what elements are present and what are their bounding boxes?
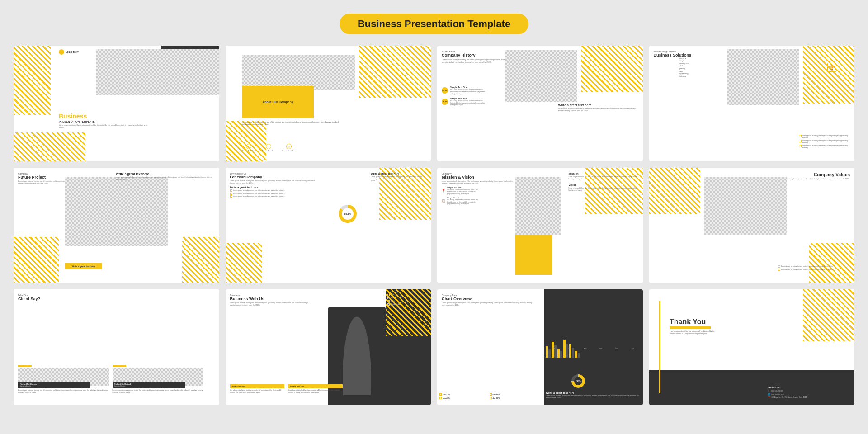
bar-group-mar: [557, 349, 562, 358]
mission-desc: Lorem ipsum is simply dummy text of the …: [442, 180, 516, 185]
client-card-1: Richard McClintock Managing Director Lor…: [18, 365, 109, 394]
bar-feb-1: [552, 342, 554, 358]
client-title-area: What Our Client Say?: [18, 294, 40, 301]
future-button[interactable]: Write a great text here: [65, 263, 102, 269]
future-write-desc: Lorem ipsum is simply dummy text of the …: [116, 176, 214, 181]
solutions-check-text-3: Lorem ipsum is simply dummy text of the …: [802, 145, 852, 149]
client-cards: Richard McClintock Managing Director Lor…: [18, 365, 203, 394]
mission-stat-1: 📍 Simple Text One It is a long establish…: [442, 186, 516, 195]
slide-9: What Our Client Say? Richard McClintock …: [14, 289, 219, 405]
contact-website-row: 🌐 your website here: [768, 393, 850, 396]
contact-title: Contact Us: [768, 386, 850, 389]
stripe-bottom-left: [226, 121, 267, 161]
mission-left-section: Company Mission & Vision Lorem ipsum is …: [442, 172, 516, 205]
chart-stat-info-1: Apr 31%: [443, 393, 450, 396]
grow-desc: Lorem ipsum is simply dummy text of the …: [230, 302, 312, 307]
contact-phone: 000-123-456789: [771, 390, 783, 392]
check-box-1: ✓: [799, 135, 802, 137]
bar-may-1: [569, 344, 571, 358]
vision-title: Vision: [568, 184, 640, 186]
why-write-great-title: Write a great text here: [371, 172, 426, 175]
chart-donut-chart: 74.9%: [571, 374, 585, 388]
values-check-box-1: ✓: [778, 265, 780, 268]
main-image: [96, 49, 219, 95]
solutions-title-area: We Providing Creative Business Solutions…: [654, 50, 692, 57]
client-yellow-stripe-2: [113, 365, 126, 367]
address-icon: 📍: [768, 396, 770, 399]
cover-title-big: Business: [59, 113, 151, 120]
stripe-top-right: [803, 46, 854, 104]
why-check-box-2: ✓: [230, 193, 232, 195]
bar-apr-2: [566, 344, 568, 358]
stripe-top-right: [386, 289, 431, 335]
values-check-2: ✓ Lorem ipsum is simply dummy text of th…: [778, 269, 850, 271]
stripe-top-right: [359, 46, 431, 98]
slide-12: Thank You It is a long established fact …: [649, 289, 855, 405]
vision-section: Vision It is a long established fact tha…: [568, 184, 640, 192]
about-icon-2: ♡ Simple Text Two: [262, 144, 275, 152]
history-stat-circle-2: 74.9%: [442, 99, 448, 105]
why-check-text-3: Lorem ipsum is simply dummy text of the …: [233, 195, 285, 197]
slide-1: LOGO TEXT Business PRESENTATION TEMPLATE…: [14, 46, 219, 161]
history-stat-info-1: Simple Text One It is a long established…: [450, 86, 486, 95]
cover-desc: It is a long established fact that a rea…: [59, 124, 151, 129]
solutions-check-text-2: Lorem ipsum is simply dummy text of the …: [802, 140, 852, 144]
solutions-check-3: ✓ Lorem ipsum is simply dummy text of th…: [799, 145, 852, 149]
cover-title-sub: PRESENTATION TEMPLATE: [59, 120, 151, 123]
history-stat-circle-1: 85.5%: [442, 87, 448, 94]
about-icon-label-2: Simple Text Two: [262, 150, 275, 152]
why-left-section: Why Choose Us For Your Company Lorem ips…: [230, 172, 316, 198]
solutions-image: [727, 49, 799, 105]
chart-stat-2: ✓ Feb 80%: [490, 393, 538, 396]
chart-wg-title: Write a great text here: [546, 392, 640, 394]
grow-title: Business With Us: [230, 297, 312, 301]
history-stats: 85.5% Simple Text One It is a long estab…: [442, 86, 486, 108]
solutions-check-2: ✓ Lorem ipsum is simply dummy text of th…: [799, 140, 852, 144]
chart-stat-1: ✓ Apr 31%: [439, 393, 488, 396]
cover-title-area: Business PRESENTATION TEMPLATE It is a l…: [59, 113, 151, 129]
vision-desc: It is a long established fact that a rea…: [568, 187, 640, 192]
thankyou-text: Thank You: [670, 318, 706, 326]
chart-stat-info-2: Feb 80%: [493, 393, 500, 396]
chart-wg-desc: Lorem ipsum is simply dummy text of the …: [546, 395, 640, 399]
logo-icon: [59, 49, 64, 55]
about-icon-label-1: Simple Text One: [242, 150, 255, 152]
history-stat-2: 74.9% Simple Text Two It is a long estab…: [442, 97, 486, 106]
stripe-top-right: [581, 46, 642, 92]
history-wg-title: Write a great text here: [558, 104, 641, 107]
values-check-box-2: ✓: [778, 269, 780, 271]
grow-col-1: Simple Text One It is a long established…: [230, 384, 285, 394]
grow-col2-title: Simple Text Two: [288, 384, 343, 388]
chart-stat-check-2: ✓: [490, 393, 492, 396]
contact-address: 123 Anywhere St., City Name, Country Cod…: [771, 396, 807, 398]
slide-3: A Little Bit Of Company History Lorem ip…: [437, 46, 643, 161]
future-right-section: Write a great text here Lorem ipsum is s…: [116, 172, 214, 181]
bar-mar-2: [560, 351, 562, 358]
chart-label-feb: FEB: [568, 348, 571, 349]
check-box-2: ✓: [799, 140, 802, 142]
thankyou-title: Thank You: [670, 318, 752, 326]
why-check-2: ✓ Lorem ipsum is simply dummy text of th…: [230, 193, 316, 195]
why-right-section: Write a great text here Lorem ipsum is s…: [371, 172, 426, 183]
solutions-desc: Lorem ipsum is simply dummy text of the …: [679, 55, 689, 77]
phone-icon: 📞: [768, 390, 770, 392]
about-icon-label-3: Simple Text Three: [282, 150, 296, 152]
about-icon-circle-3: ◎: [286, 144, 292, 149]
why-desc: Lorem ipsum is simply dummy text of the …: [230, 180, 316, 184]
why-title: For Your Company: [230, 175, 316, 179]
history-image: [505, 50, 577, 102]
stripe-bottom-left: [14, 237, 59, 283]
mission-image: [515, 177, 561, 235]
slide-2: About Our Company Lorem ipsum is simply …: [226, 46, 431, 161]
stripe-bottom-left: [14, 132, 85, 161]
about-desc: Lorem ipsum is simply dummy text of the …: [242, 121, 344, 126]
bar-feb-2: [554, 345, 557, 358]
history-wg-desc: Lorem ipsum is simply dummy text of the …: [558, 108, 641, 112]
slide-8: Company Values Lorem ipsum is simply dum…: [649, 168, 855, 283]
chart-label-jun: JUN: [631, 348, 634, 349]
check-box-3: ✓: [799, 145, 802, 147]
why-check-box-1: ✓: [230, 189, 232, 192]
mission-stat-desc-1: It is a long established fact that a rea…: [447, 189, 479, 195]
client-card-2: Richard McClintock Managing Director Lor…: [113, 365, 203, 394]
page-title-container: Business Presentation Template: [14, 14, 854, 34]
